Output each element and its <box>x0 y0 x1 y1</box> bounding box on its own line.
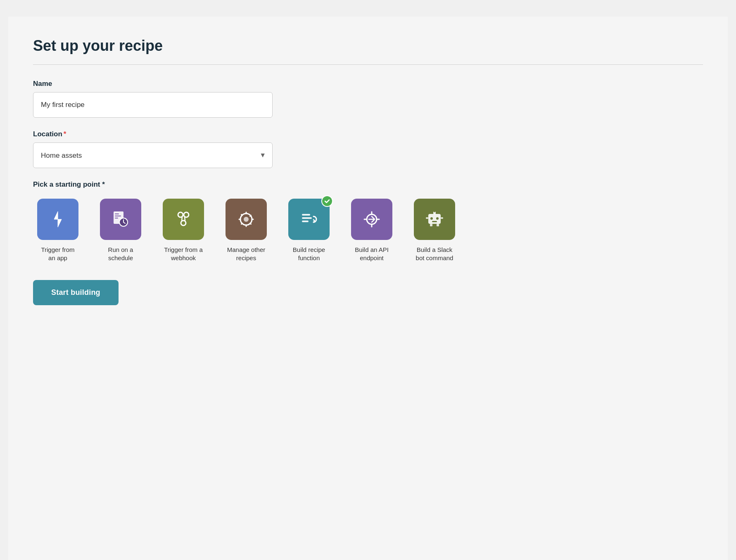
manage-recipes-label: Manage otherrecipes <box>227 246 266 262</box>
manage-recipes-svg <box>235 208 257 230</box>
svg-line-11 <box>185 217 185 221</box>
location-select-wrapper: Home assets Other location ▼ <box>33 142 273 168</box>
svg-point-19 <box>430 217 433 220</box>
starting-point-group: Pick a starting point * Trigger froman a… <box>33 180 703 262</box>
function-svg <box>298 208 320 230</box>
schedule-icon <box>100 199 141 240</box>
trigger-app-label: Trigger froman app <box>41 246 74 262</box>
api-svg <box>361 208 383 230</box>
starting-point-webhook[interactable]: Trigger from awebhook <box>159 199 208 262</box>
slack-label: Build a Slackbot command <box>416 246 453 262</box>
starting-point-slack[interactable]: Build a Slackbot command <box>410 199 459 262</box>
slack-svg <box>423 208 446 230</box>
starting-point-required-marker: * <box>100 180 104 188</box>
starting-point-schedule[interactable]: Run on aschedule <box>96 199 145 262</box>
location-label: Location* <box>33 130 703 138</box>
webhook-svg <box>172 208 195 230</box>
svg-line-10 <box>182 217 182 221</box>
webhook-icon <box>163 199 204 240</box>
starting-point-api[interactable]: Build an APIendpoint <box>347 199 396 262</box>
manage-recipes-icon <box>226 199 267 240</box>
location-required-marker: * <box>64 130 66 138</box>
schedule-svg <box>109 208 132 230</box>
svg-point-20 <box>436 217 439 220</box>
svg-point-9 <box>181 221 186 225</box>
webhook-label: Trigger from awebhook <box>164 246 203 262</box>
name-label: Name <box>33 80 703 88</box>
schedule-label: Run on aschedule <box>108 246 133 262</box>
svg-point-23 <box>434 211 435 212</box>
location-form-group: Location* Home assets Other location ▼ <box>33 130 703 168</box>
svg-rect-3 <box>115 218 118 218</box>
svg-rect-15 <box>302 217 312 219</box>
svg-rect-2 <box>115 216 121 216</box>
svg-point-13 <box>244 217 249 222</box>
page-container: Set up your recipe Name Location* Home a… <box>8 17 728 560</box>
starting-point-label: Pick a starting point * <box>33 180 703 189</box>
svg-rect-16 <box>302 221 309 222</box>
svg-rect-21 <box>432 221 437 222</box>
svg-point-8 <box>184 212 189 217</box>
check-icon <box>324 198 330 204</box>
page-title: Set up your recipe <box>33 37 703 55</box>
api-icon <box>351 199 392 240</box>
starting-point-trigger-app[interactable]: Trigger froman app <box>33 199 83 262</box>
trigger-app-icon <box>37 199 78 240</box>
svg-rect-27 <box>437 224 439 226</box>
svg-point-7 <box>178 212 183 217</box>
location-select[interactable]: Home assets Other location <box>33 142 273 168</box>
selected-check-badge <box>321 195 333 207</box>
svg-rect-24 <box>426 217 428 219</box>
svg-rect-26 <box>430 224 432 226</box>
svg-rect-14 <box>302 214 310 216</box>
starting-points-container: Trigger froman app Run on <box>33 199 703 262</box>
start-building-button[interactable]: Start building <box>33 280 119 305</box>
starting-point-function[interactable]: Build recipefunction <box>284 199 334 262</box>
slack-icon <box>414 199 455 240</box>
name-input[interactable] <box>33 92 273 118</box>
svg-rect-25 <box>441 217 443 219</box>
function-label: Build recipefunction <box>293 246 325 262</box>
name-form-group: Name <box>33 80 703 118</box>
section-divider <box>33 64 703 65</box>
starting-point-manage-recipes[interactable]: Manage otherrecipes <box>221 199 271 262</box>
function-icon <box>288 199 330 240</box>
api-label: Build an APIendpoint <box>355 246 389 262</box>
svg-rect-18 <box>428 214 441 224</box>
trigger-app-svg <box>47 208 69 230</box>
svg-rect-1 <box>115 214 119 214</box>
